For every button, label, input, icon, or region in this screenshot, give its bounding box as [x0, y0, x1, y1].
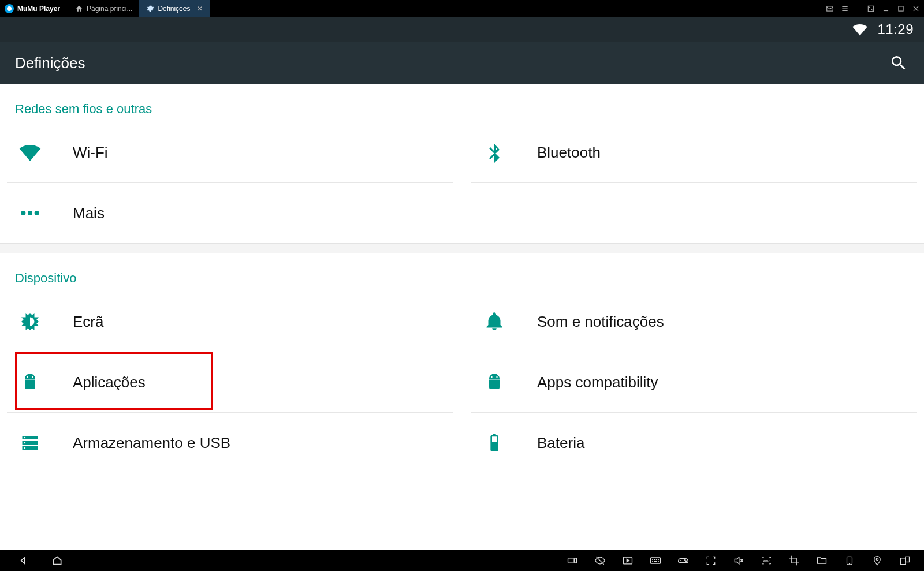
svg-rect-2 [899, 6, 903, 11]
display-icon [18, 310, 42, 333]
window-controls [825, 0, 921, 17]
tab-label: Página princi... [87, 5, 132, 13]
eye-off-icon[interactable] [594, 554, 606, 567]
tab-close-icon[interactable]: ✕ [197, 5, 203, 13]
settings-item-label: Wi-Fi [73, 144, 108, 162]
settings-item-label: Mais [73, 204, 105, 222]
section-header-device: Dispositivo [0, 253, 924, 292]
svg-point-7 [32, 376, 33, 378]
svg-point-6 [27, 376, 28, 378]
settings-item-apps-compat[interactable]: Apps compatibility [468, 352, 921, 412]
gear-icon [146, 5, 154, 13]
search-icon [889, 54, 908, 72]
settings-item-label: Bateria [537, 434, 584, 452]
status-clock: 11:29 [877, 21, 914, 38]
svg-point-5 [35, 211, 39, 215]
svg-point-14 [24, 442, 25, 443]
app-brand: MuMu Player [17, 5, 60, 13]
svg-point-8 [491, 376, 492, 378]
apk-icon[interactable]: APK [760, 554, 773, 567]
mail-icon[interactable] [825, 4, 834, 13]
svg-point-20 [685, 560, 685, 561]
svg-point-21 [685, 561, 686, 561]
tab-settings[interactable]: Definições ✕ [139, 0, 210, 17]
settings-item-more[interactable]: Mais [3, 183, 456, 243]
section-divider [0, 243, 924, 253]
battery-icon [483, 431, 506, 454]
svg-point-13 [24, 437, 25, 438]
window-tabs: Página princi... Definições ✕ [68, 0, 210, 17]
settings-item-label: Som e notificações [537, 313, 664, 331]
tab-home[interactable]: Página princi... [68, 0, 139, 17]
settings-item-battery[interactable]: Bateria [468, 413, 921, 473]
svg-rect-27 [906, 557, 910, 562]
bell-icon [483, 310, 506, 333]
svg-text:APK: APK [763, 559, 770, 563]
settings-item-display[interactable]: Ecrã [3, 292, 456, 352]
folder-icon[interactable] [815, 554, 828, 567]
search-button[interactable] [888, 53, 909, 73]
wifi-status-icon [852, 21, 868, 38]
home-icon [75, 5, 83, 13]
keyboard-icon[interactable] [649, 554, 662, 567]
settings-item-apps[interactable]: Aplicações [3, 352, 456, 412]
play-window-icon[interactable] [621, 554, 634, 567]
gamepad-icon[interactable] [677, 554, 690, 567]
settings-item-wifi[interactable]: Wi-Fi [3, 122, 456, 182]
app-logo-icon [5, 4, 14, 13]
app-bar: Definições [0, 42, 924, 84]
section-header-wireless: Redes sem fios e outras [0, 84, 924, 122]
svg-point-3 [21, 211, 25, 215]
record-icon[interactable] [566, 554, 579, 567]
settings-item-sound[interactable]: Som e notificações [468, 292, 921, 352]
svg-point-4 [28, 211, 32, 215]
svg-point-24 [849, 563, 850, 564]
settings-item-bluetooth[interactable]: Bluetooth [468, 122, 921, 182]
storage-icon [18, 431, 42, 454]
svg-rect-19 [651, 558, 661, 563]
close-icon[interactable] [911, 4, 921, 13]
more-dots-icon [18, 201, 42, 225]
tab-label: Definições [158, 5, 190, 13]
settings-content: Redes sem fios e outras Wi-Fi Bluetooth … [0, 84, 924, 550]
wifi-icon [18, 141, 42, 164]
svg-point-9 [496, 376, 497, 378]
settings-item-storage[interactable]: Armazenamento e USB [3, 413, 456, 473]
maximize-icon[interactable] [896, 4, 906, 13]
svg-point-25 [876, 558, 878, 561]
menu-icon[interactable] [840, 4, 850, 13]
back-button[interactable] [17, 554, 30, 567]
crop-icon[interactable] [788, 554, 800, 567]
page-title: Definições [15, 54, 85, 72]
android-icon [483, 371, 506, 394]
location-icon[interactable] [871, 554, 884, 567]
tablet-icon[interactable] [843, 554, 856, 567]
android-status-bar: 11:29 [0, 17, 924, 42]
settings-item-label: Aplicações [73, 374, 146, 391]
svg-rect-26 [901, 558, 906, 565]
fullscreen-toggle-icon[interactable] [866, 4, 875, 13]
settings-item-label: Armazenamento e USB [73, 434, 230, 452]
mute-icon[interactable] [732, 554, 745, 567]
window-titlebar: MuMu Player Página princi... Definições … [0, 0, 924, 17]
svg-rect-17 [568, 558, 575, 563]
svg-rect-16 [492, 442, 497, 450]
separator [858, 5, 858, 13]
settings-item-label: Ecrã [73, 313, 103, 331]
settings-item-label: Apps compatibility [537, 374, 658, 391]
svg-point-15 [24, 447, 25, 449]
android-icon [18, 371, 42, 394]
settings-item-label: Bluetooth [537, 144, 601, 162]
minimize-icon[interactable] [881, 4, 891, 13]
bluetooth-icon [483, 141, 506, 164]
emulator-nav-bar: APK [0, 550, 924, 571]
focus-icon[interactable] [705, 554, 717, 567]
multi-window-icon[interactable] [899, 554, 911, 567]
home-button[interactable] [51, 554, 64, 567]
